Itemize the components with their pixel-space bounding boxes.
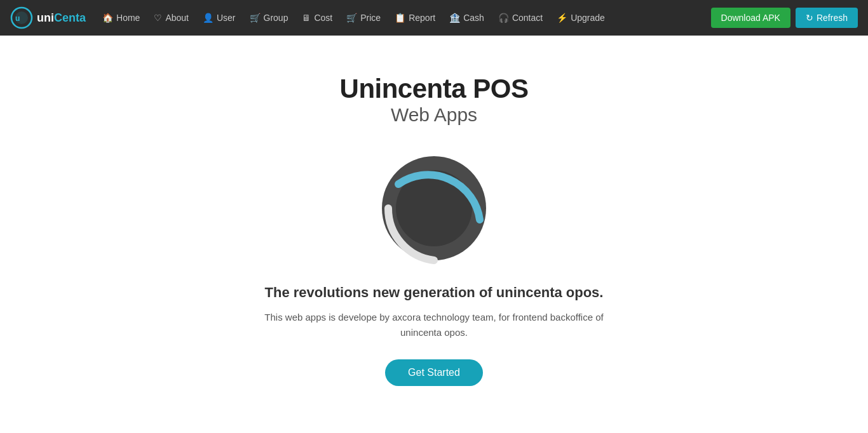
contact-icon: 🎧 (498, 13, 509, 23)
group-icon: 🛒 (250, 13, 261, 23)
nav-actions: Download APK ↻ Refresh (711, 8, 858, 28)
user-icon: 👤 (203, 13, 214, 23)
svg-text:u: u (15, 14, 20, 23)
nav-cash[interactable]: 🏦 Cash (443, 8, 491, 28)
page-subtitle: Web Apps (391, 104, 477, 126)
home-icon: 🏠 (102, 13, 113, 23)
spinner-graphic (377, 151, 491, 265)
nav-home[interactable]: 🏠 Home (96, 8, 146, 28)
nav-upgrade[interactable]: ⚡ Upgrade (550, 8, 611, 28)
page-title: Unincenta POS (340, 74, 529, 104)
report-icon: 📋 (395, 13, 405, 23)
nav-contact[interactable]: 🎧 Contact (492, 8, 549, 28)
logo-text: uniCenta (37, 11, 86, 25)
nav-about[interactable]: ♡ About (147, 8, 195, 28)
refresh-button[interactable]: ↻ Refresh (796, 8, 858, 28)
download-apk-button[interactable]: Download APK (711, 8, 790, 28)
main-content: Unincenta POS Web Apps The revolutions n… (0, 36, 868, 433)
about-icon: ♡ (154, 13, 162, 23)
cost-icon: 🖥 (302, 13, 311, 23)
nav-cost[interactable]: 🖥 Cost (295, 8, 339, 28)
nav-items: 🏠 Home ♡ About 👤 User 🛒 Group 🖥 Cost 🛒 (96, 8, 709, 28)
cash-icon: 🏦 (449, 13, 460, 23)
navbar: u uniCenta 🏠 Home ♡ About 👤 User 🛒 Group (0, 0, 868, 36)
refresh-icon: ↻ (806, 13, 813, 23)
nav-user[interactable]: 👤 User (196, 8, 242, 28)
nav-price[interactable]: 🛒 Price (340, 8, 387, 28)
upgrade-icon: ⚡ (557, 13, 567, 23)
logo[interactable]: u uniCenta (10, 6, 86, 29)
nav-group[interactable]: 🛒 Group (243, 8, 295, 28)
nav-report[interactable]: 📋 Report (388, 8, 442, 28)
get-started-button[interactable]: Get Started (385, 359, 483, 386)
price-icon: 🛒 (346, 13, 357, 23)
main-description: This web apps is develope by axcora tech… (243, 310, 625, 340)
main-tagline: The revolutions new generation of unince… (265, 284, 604, 301)
